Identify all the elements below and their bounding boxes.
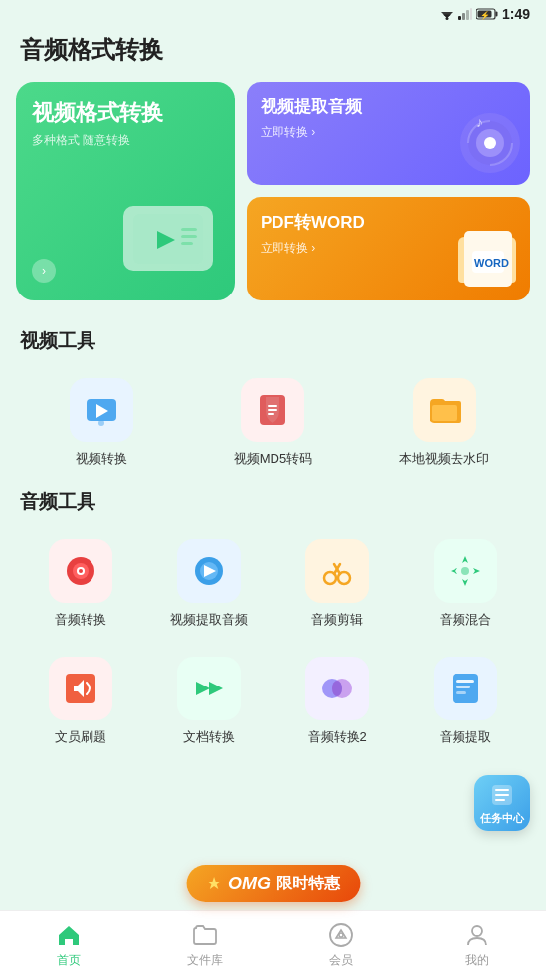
tool-audio-edit[interactable]: 音频剪辑 [273, 529, 402, 643]
disc-illustration: ♪ [458, 111, 522, 179]
bottom-nav: 首页 文件库 会员 我的 [0, 910, 546, 980]
pdf-word-banner[interactable]: PDF转WORD 立即转换 › WORD [247, 197, 530, 300]
tool-quiz[interactable]: 文员刷题 [16, 647, 144, 760]
svg-text:⚡: ⚡ [480, 10, 490, 20]
quiz-icon-wrap [49, 657, 112, 720]
svg-rect-64 [495, 794, 509, 796]
nav-profile-label: 我的 [465, 952, 489, 969]
nav-vip-label: 会员 [329, 952, 353, 969]
video-convert-icon [83, 391, 120, 429]
nav-vip[interactable]: 会员 [273, 914, 410, 977]
status-icons: ⚡ 1:49 [439, 6, 530, 22]
audio-extract2-icon [447, 670, 484, 707]
quiz-icon [62, 670, 99, 707]
tool-doc-convert-label: 文档转换 [183, 728, 235, 746]
svg-marker-50 [473, 568, 480, 574]
svg-point-57 [332, 681, 342, 696]
task-center-button[interactable]: 任务中心 [474, 775, 530, 831]
tool-audio-extract2-label: 音频提取 [440, 728, 491, 746]
svg-rect-3 [458, 16, 461, 20]
audio-tools-title: 音频工具 [0, 490, 546, 529]
audio2-icon-wrap [305, 657, 369, 720]
svg-rect-63 [495, 789, 509, 791]
svg-rect-33 [268, 409, 277, 411]
tool-video-convert-label: 视频转换 [76, 450, 127, 468]
svg-point-66 [330, 924, 352, 946]
svg-rect-16 [181, 235, 197, 238]
watermark-icon-wrap [413, 378, 476, 442]
tool-video-convert[interactable]: 视频转换 [16, 368, 187, 482]
omg-label: 限时特惠 [276, 874, 340, 894]
svg-point-68 [472, 926, 482, 936]
tool-quiz-label: 文员刷题 [55, 728, 106, 746]
nav-files-label: 文件库 [187, 952, 223, 969]
tool-video-md5[interactable]: 视频MD5转码 [187, 368, 358, 482]
svg-rect-6 [470, 8, 472, 20]
nav-profile[interactable]: 我的 [410, 914, 546, 977]
svg-rect-15 [181, 228, 197, 231]
nav-home[interactable]: 首页 [0, 914, 136, 977]
svg-point-2 [445, 17, 448, 20]
profile-nav-icon [464, 922, 490, 948]
extract-audio-banner[interactable]: 视频提取音频 立即转换 › ♪ [247, 82, 530, 185]
tv-illustration [113, 198, 223, 283]
svg-marker-47 [462, 556, 468, 563]
video-tools-title: 视频工具 [0, 328, 546, 368]
audio-mix-icon-wrap [434, 539, 497, 603]
video-tools-grid: 视频转换 视频MD5转码 [0, 368, 546, 482]
audio-convert-icon-wrap [49, 539, 112, 603]
signal-icon [458, 8, 472, 20]
watermark-icon [426, 391, 463, 429]
svg-rect-17 [181, 242, 193, 245]
tool-audio2[interactable]: 音频转换2 [273, 647, 402, 760]
svg-rect-5 [466, 10, 469, 20]
tool-audio-extract2[interactable]: 音频提取 [402, 647, 530, 760]
omg-text: OMG [228, 874, 271, 894]
svg-marker-53 [196, 682, 210, 695]
svg-point-30 [98, 420, 104, 426]
audio-tools-row1: 音频转换 视频提取音频 [0, 529, 546, 643]
tool-audio-edit-label: 音频剪辑 [311, 611, 363, 629]
svg-rect-4 [462, 13, 465, 20]
banner-left-arrow[interactable]: › [32, 259, 56, 283]
banner-right: 视频提取音频 立即转换 › ♪ PDF [247, 82, 530, 300]
omg-star-left: ★ [206, 873, 222, 894]
banner-left-title: 视频格式转换 [32, 99, 219, 128]
wifi-icon [439, 8, 455, 20]
svg-rect-34 [268, 413, 274, 415]
svg-rect-60 [456, 686, 470, 688]
tool-audio-mix[interactable]: 音频混合 [402, 529, 530, 643]
pdf-word-illustration: WORD [455, 223, 522, 294]
svg-text:WORD: WORD [474, 257, 509, 269]
video-md5-icon-wrap [241, 378, 304, 442]
battery-icon: ⚡ [476, 8, 498, 20]
svg-rect-8 [495, 12, 497, 17]
audio-extract2-icon-wrap [434, 657, 497, 720]
video-convert-banner[interactable]: 视频格式转换 多种格式 随意转换 › [16, 82, 235, 300]
tool-audio2-label: 音频转换2 [308, 728, 367, 746]
tool-watermark[interactable]: 本地视频去水印 [359, 368, 530, 482]
video-convert-icon-wrap [70, 378, 133, 442]
nav-files[interactable]: 文件库 [136, 914, 273, 977]
svg-rect-59 [456, 680, 474, 683]
video-md5-icon [254, 391, 291, 429]
tool-audio-convert[interactable]: 音频转换 [16, 529, 144, 643]
svg-rect-61 [456, 691, 466, 694]
vip-nav-icon [328, 922, 354, 948]
tool-extract-audio[interactable]: 视频提取音频 [144, 529, 273, 643]
tool-audio-convert-label: 音频转换 [55, 611, 106, 629]
banner-left-subtitle: 多种格式 随意转换 [32, 132, 219, 149]
status-bar: ⚡ 1:49 [0, 0, 546, 26]
tool-doc-convert[interactable]: 文档转换 [144, 647, 273, 760]
tool-video-md5-label: 视频MD5转码 [234, 450, 312, 468]
audio2-icon [318, 670, 356, 707]
audio-edit-icon-wrap [305, 539, 369, 603]
page-title: 音频格式转换 [0, 26, 546, 82]
doc-convert-icon-wrap [177, 657, 241, 720]
svg-marker-54 [209, 682, 223, 695]
nav-home-label: 首页 [57, 952, 81, 969]
omg-badge[interactable]: ★ OMG 限时特惠 [186, 865, 360, 902]
scissors-icon [318, 552, 356, 590]
svg-point-21 [484, 137, 496, 149]
svg-point-67 [339, 933, 343, 937]
